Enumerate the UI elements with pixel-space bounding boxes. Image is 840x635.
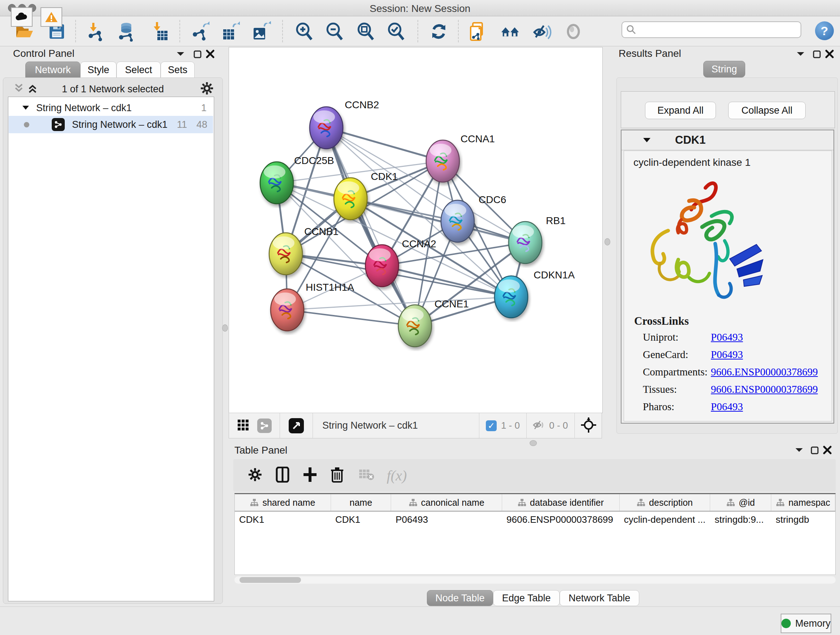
- show-columns-icon[interactable]: [275, 467, 290, 484]
- table-panel-menu-icon[interactable]: [794, 447, 804, 455]
- show-all-networks-button[interactable]: [500, 21, 521, 42]
- import-table-button[interactable]: [149, 21, 170, 42]
- tab-edge-table[interactable]: Edge Table: [493, 590, 560, 606]
- control-panel-title: Control Panel: [13, 48, 74, 59]
- memory-button[interactable]: Memory: [781, 614, 831, 633]
- table-panel-close-icon[interactable]: [823, 445, 832, 456]
- selected-counts: 1 - 0: [501, 420, 520, 431]
- grid-view-icon[interactable]: [237, 419, 249, 432]
- table-gear-icon[interactable]: [248, 467, 262, 483]
- section-collapse-icon[interactable]: [643, 137, 651, 143]
- table-cell[interactable]: 9606.ENSP00000378699: [502, 511, 620, 527]
- column-header--id[interactable]: @id: [710, 494, 771, 511]
- network-edge-CCNB2-CCNE1[interactable]: [326, 128, 415, 326]
- table-row[interactable]: CDK1CDK1P064939606.ENSP00000378699cyclin…: [235, 511, 835, 527]
- delete-column-icon[interactable]: [330, 467, 344, 484]
- export-network-button[interactable]: [189, 21, 210, 42]
- shared-column-icon: [250, 499, 259, 507]
- network-node-CDC25B[interactable]: CDC25B: [260, 155, 334, 204]
- column-header-shared-name[interactable]: shared name: [235, 494, 331, 511]
- network-row-selected[interactable]: String Network – cdk1 11 48: [9, 116, 213, 133]
- zoom-selected-button[interactable]: [386, 21, 407, 42]
- crosslink-pharos-link[interactable]: P06493: [711, 401, 743, 413]
- tab-string[interactable]: String: [703, 61, 745, 78]
- network-canvas[interactable]: CCNB2CCNA1CDC25BCDK1CDC6RB1CCNB1CCNA2CDK…: [229, 47, 603, 413]
- table-hscrollbar-track[interactable]: [234, 576, 836, 584]
- table-cell[interactable]: CDK1: [331, 511, 392, 527]
- zoom-out-button[interactable]: [324, 21, 345, 42]
- crosslink-compartments-link[interactable]: 9606.ENSP00000378699: [711, 366, 818, 378]
- control-panel-menu-icon[interactable]: [176, 51, 185, 59]
- network-node-CCNA1[interactable]: CCNA1: [426, 133, 495, 182]
- results-panel-menu-icon[interactable]: [796, 51, 805, 59]
- control-panel-float-icon[interactable]: [193, 50, 202, 60]
- memory-label: Memory: [795, 618, 831, 629]
- table-panel-float-icon[interactable]: [810, 446, 819, 456]
- hidden-eye-icon[interactable]: [532, 420, 546, 432]
- cloud-button[interactable]: [11, 7, 33, 27]
- network-node-RB1[interactable]: RB1: [508, 215, 565, 264]
- import-network-database-button[interactable]: [116, 21, 137, 42]
- column-header-database-identifier[interactable]: database identifier: [502, 494, 620, 511]
- selected-checkbox-icon[interactable]: ✓: [486, 420, 497, 431]
- network-collection-row[interactable]: String Network – cdk1 1: [9, 100, 213, 116]
- node-label-RB1: RB1: [546, 215, 565, 226]
- warning-button[interactable]: [41, 7, 62, 27]
- help-button[interactable]: ?: [815, 21, 834, 40]
- tab-sets[interactable]: Sets: [161, 62, 195, 78]
- import-network-file-button[interactable]: [85, 21, 106, 42]
- zoom-fit-button[interactable]: [355, 21, 376, 42]
- birdseye-crosshair-icon[interactable]: [581, 417, 597, 434]
- refresh-button[interactable]: [428, 21, 449, 42]
- crosslink-tissues-link[interactable]: 9606.ENSP00000378699: [711, 383, 818, 395]
- network-node-CCNE1[interactable]: CCNE1: [398, 298, 469, 347]
- network-node-CDKN1A[interactable]: CDKN1A: [494, 269, 575, 318]
- detach-view-icon[interactable]: [289, 418, 304, 433]
- crosslink-uniprot-link[interactable]: P06493: [711, 331, 743, 343]
- table-header-row: shared namenamecanonical namedatabase id…: [235, 494, 835, 511]
- network-node-CCNB1[interactable]: CCNB1: [269, 226, 339, 275]
- tab-network[interactable]: Network: [25, 62, 80, 78]
- export-image-button[interactable]: [250, 21, 271, 42]
- gene-section-header[interactable]: CDK1: [622, 130, 834, 150]
- search-input[interactable]: [637, 24, 790, 36]
- column-header-description[interactable]: description: [620, 494, 711, 511]
- show-hidden-button-disabled[interactable]: [563, 21, 584, 42]
- table-cell[interactable]: cyclin-dependent ...: [620, 511, 711, 527]
- zoom-in-button[interactable]: [294, 21, 315, 42]
- collapse-all-button[interactable]: Collapse All: [728, 102, 806, 119]
- tab-network-table[interactable]: Network Table: [560, 590, 639, 606]
- node-table[interactable]: shared namenamecanonical namedatabase id…: [234, 493, 836, 575]
- tab-select[interactable]: Select: [117, 62, 161, 78]
- column-header-canonical-name[interactable]: canonical name: [391, 494, 502, 511]
- table-panel-title: Table Panel: [234, 445, 287, 456]
- tab-style[interactable]: Style: [80, 62, 117, 78]
- vertical-splitter-handle[interactable]: [605, 238, 610, 245]
- network-node-CCNB2[interactable]: CCNB2: [309, 99, 379, 149]
- control-panel-close-icon[interactable]: [205, 49, 215, 60]
- collection-count: 1: [201, 103, 207, 114]
- tab-node-table[interactable]: Node Table: [427, 590, 493, 606]
- column-header-name[interactable]: name: [331, 494, 392, 511]
- export-table-button[interactable]: [220, 21, 241, 42]
- add-column-icon[interactable]: [303, 467, 317, 484]
- network-edge-HIST1H1A-CCNE1[interactable]: [287, 310, 415, 326]
- column-header-namespac[interactable]: namespac: [771, 494, 835, 511]
- network-panel-gear-icon[interactable]: [200, 81, 214, 97]
- table-cell[interactable]: stringdb: [771, 511, 835, 527]
- clone-network-button[interactable]: [467, 21, 488, 42]
- table-hscrollbar-thumb[interactable]: [240, 577, 301, 583]
- crosslink-genecard-link[interactable]: P06493: [711, 348, 743, 361]
- node-label-CDKN1A: CDKN1A: [534, 269, 575, 280]
- tree-expand-icon[interactable]: [22, 105, 30, 111]
- hide-selected-button[interactable]: [532, 21, 553, 42]
- table-cell[interactable]: stringdb:9...: [710, 511, 771, 527]
- left-splitter-handle[interactable]: [222, 325, 228, 332]
- results-panel-close-icon[interactable]: [825, 49, 834, 60]
- table-cell[interactable]: CDK1: [235, 511, 331, 527]
- results-panel-float-icon[interactable]: [813, 50, 821, 60]
- expand-all-button[interactable]: Expand All: [645, 102, 716, 119]
- table-cell[interactable]: P06493: [391, 511, 502, 527]
- horizontal-splitter-handle[interactable]: [530, 440, 537, 446]
- share-view-icon[interactable]: [257, 418, 272, 433]
